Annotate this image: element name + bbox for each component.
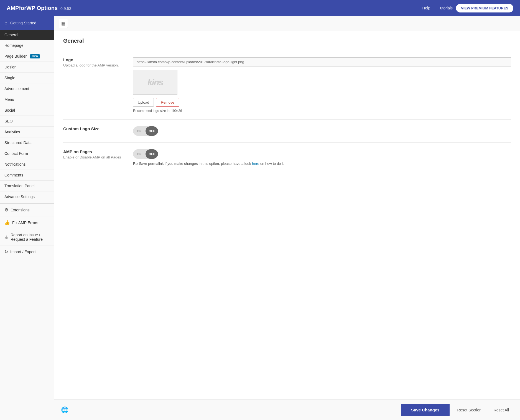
amp-on-pages-toggle[interactable]: ON OFF — [133, 149, 158, 159]
amp-on-pages-desc: Enable or Disable AMP on all Pages — [63, 155, 124, 159]
amp-note-link[interactable]: here — [252, 162, 259, 166]
home-icon: ⌂ — [4, 20, 7, 26]
premium-button[interactable]: VIEW PREMIUM FEATURES — [456, 4, 513, 12]
amp-on-pages-control: ON OFF Re-Save permalink if you make cha… — [133, 149, 511, 166]
sidebar-item-extensions[interactable]: ⚙ Extensions — [0, 204, 54, 216]
sidebar-item-label: Import / Export — [10, 250, 36, 254]
sidebar-item-structured-data[interactable]: Structured Data — [0, 137, 54, 148]
custom-logo-size-label-col: Custom Logo Size — [63, 126, 124, 132]
sidebar-item-page-builder[interactable]: Page Builder NEW — [0, 51, 54, 62]
sidebar-item-label: Design — [4, 65, 17, 69]
save-changes-button[interactable]: Save Changes — [401, 404, 450, 416]
sidebar-item-label: Advance Settings — [4, 194, 35, 199]
sidebar-item-label: Fix AMP Errors — [12, 221, 38, 225]
header: AMPforWP Options 0.9.53 Help | Tutorials… — [0, 0, 520, 16]
sidebar-item-label: Translation Panel — [4, 184, 34, 188]
sidebar-item-single[interactable]: Single — [0, 73, 54, 83]
app-version: 0.9.53 — [60, 6, 71, 11]
sidebar-item-report-issue[interactable]: ⚠ Report an Issue / Request a Feature — [0, 229, 54, 245]
tutorials-link[interactable]: Tutorials — [438, 6, 453, 10]
logo-label-col: Logo Upload a logo for the AMP version. — [63, 57, 124, 67]
general-label: General — [4, 33, 18, 37]
sidebar-item-label: Homepage — [4, 43, 24, 48]
logo-control-col: kins Upload Remove Recommend logo size i… — [133, 57, 511, 113]
logo-preview: kins — [133, 70, 177, 95]
getting-started-label: Getting Started — [10, 21, 36, 25]
footer-bar: 🌐 Save Changes Reset Section Reset All — [54, 399, 520, 420]
toggle-off-label: OFF — [146, 126, 158, 136]
upload-button[interactable]: Upload — [133, 98, 154, 107]
amp-note: Re-Save permalink if you make changes in… — [133, 162, 511, 166]
sidebar-item-general[interactable]: General — [0, 30, 54, 40]
logo-hint: Recommend logo size is: 190x36 — [133, 109, 511, 113]
custom-logo-size-row: Custom Logo Size ON OFF — [63, 120, 511, 143]
app-body: ⌂ Getting Started General Homepage Page … — [0, 16, 520, 420]
reset-all-button[interactable]: Reset All — [489, 404, 513, 416]
sidebar-item-label: Analytics — [4, 130, 20, 134]
custom-logo-size-control: ON OFF — [133, 126, 511, 136]
sidebar-item-contact-form[interactable]: Contact Form — [0, 148, 54, 159]
refresh-icon: ↻ — [4, 249, 8, 254]
sidebar-item-menu[interactable]: Menu — [0, 94, 54, 105]
sidebar-item-seo[interactable]: SEO — [0, 116, 54, 127]
app-title: AMPforWP Options — [7, 5, 58, 11]
sidebar-item-fix-amp-errors[interactable]: 👍 Fix AMP Errors — [0, 216, 54, 229]
logo-preview-text: kins — [147, 77, 163, 88]
main-content: ▦ General Logo Upload a logo for the AMP… — [54, 16, 520, 420]
sidebar-item-advance-settings[interactable]: Advance Settings — [0, 191, 54, 202]
sidebar-item-design[interactable]: Design — [0, 62, 54, 73]
sidebar-item-advertisement[interactable]: Advertisement — [0, 83, 54, 94]
amp-note-suffix: on how to do it — [259, 162, 284, 166]
logo-label: Logo — [63, 57, 124, 62]
sidebar-item-getting-started[interactable]: ⌂ Getting Started — [0, 16, 54, 30]
sidebar-item-label: Report an Issue / Request a Feature — [11, 233, 50, 242]
toggle-off-label: OFF — [146, 149, 158, 159]
toggle-on-label: ON — [133, 149, 146, 159]
logo-buttons: Upload Remove — [133, 98, 511, 107]
logo-desc: Upload a logo for the AMP version. — [63, 63, 124, 67]
sidebar-item-label: Extensions — [11, 208, 29, 212]
reset-section-button[interactable]: Reset Section — [453, 404, 486, 416]
sidebar-item-notifications[interactable]: Notifications — [0, 159, 54, 170]
sidebar-item-analytics[interactable]: Analytics — [0, 127, 54, 137]
amp-note-prefix: Re-Save permalink if you make changes in… — [133, 162, 252, 166]
logo-setting-row: Logo Upload a logo for the AMP version. … — [63, 51, 511, 120]
amp-on-pages-label: AMP on Pages — [63, 149, 124, 154]
custom-logo-size-toggle[interactable]: ON OFF — [133, 126, 158, 136]
new-badge: NEW — [30, 54, 40, 58]
sidebar-item-label: Page Builder — [4, 54, 27, 58]
toolbar: ▦ — [54, 16, 520, 31]
sidebar-item-social[interactable]: Social — [0, 105, 54, 116]
content-area: General Logo Upload a logo for the AMP v… — [54, 31, 520, 399]
footer-left: 🌐 — [61, 406, 68, 414]
sidebar-item-label: SEO — [4, 119, 13, 123]
help-link[interactable]: Help — [422, 6, 430, 10]
sidebar-item-label: Notifications — [4, 162, 26, 167]
sidebar-item-label: Structured Data — [4, 140, 32, 145]
logo-url-input[interactable] — [133, 57, 511, 66]
toggle-on-label: ON — [133, 126, 146, 136]
sidebar-item-comments[interactable]: Comments — [0, 170, 54, 181]
sidebar-item-label: Advertisement — [4, 86, 29, 91]
globe-icon: 🌐 — [61, 406, 68, 414]
sidebar-item-import-export[interactable]: ↻ Import / Export — [0, 245, 54, 258]
warning-icon: ⚠ — [4, 235, 8, 240]
sidebar-item-label: Menu — [4, 97, 14, 102]
custom-logo-size-label: Custom Logo Size — [63, 126, 124, 131]
sidebar-item-label: Social — [4, 108, 15, 112]
remove-button[interactable]: Remove — [156, 98, 179, 107]
grid-view-button[interactable]: ▦ — [59, 19, 68, 28]
sidebar-item-translation-panel[interactable]: Translation Panel — [0, 181, 54, 191]
amp-on-pages-row: AMP on Pages Enable or Disable AMP on al… — [63, 143, 511, 172]
amp-on-pages-label-col: AMP on Pages Enable or Disable AMP on al… — [63, 149, 124, 159]
sidebar-item-homepage[interactable]: Homepage — [0, 40, 54, 51]
grid-icon: ▦ — [61, 21, 65, 26]
section-title: General — [63, 38, 511, 44]
sidebar: ⌂ Getting Started General Homepage Page … — [0, 16, 54, 420]
gear-icon: ⚙ — [4, 207, 8, 212]
header-right: Help | Tutorials VIEW PREMIUM FEATURES — [422, 4, 513, 12]
sidebar-item-label: Contact Form — [4, 151, 28, 156]
sidebar-item-label: Comments — [4, 173, 23, 177]
header-left: AMPforWP Options 0.9.53 — [7, 5, 71, 11]
thumbsup-icon: 👍 — [4, 220, 10, 225]
